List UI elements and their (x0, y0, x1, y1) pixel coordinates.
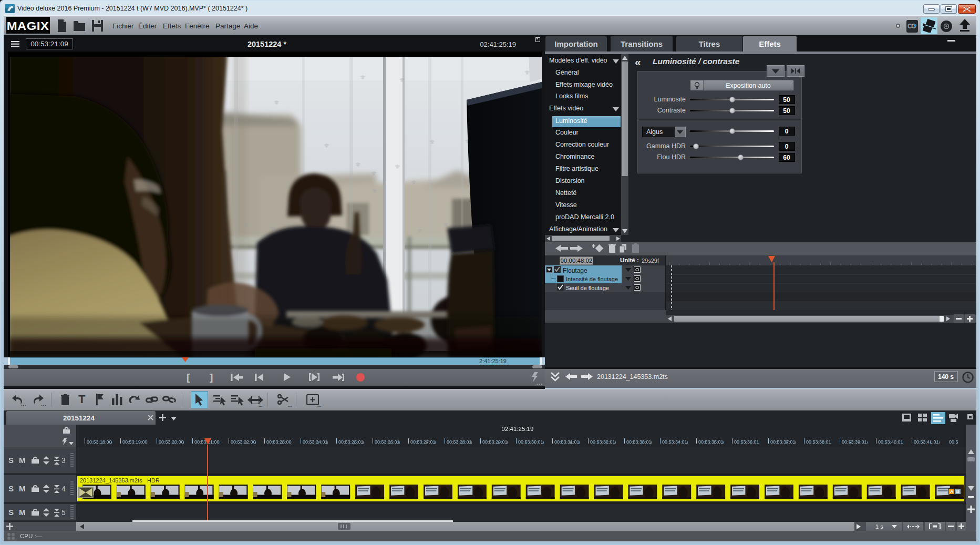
svg-text:00:53:35:01: 00:53:35:01 (698, 439, 724, 445)
svg-text:00:53:18:00: 00:53:18:00 (87, 439, 112, 445)
svg-text:00:5: 00:5 (949, 439, 958, 445)
svg-text:00:53:38:01: 00:53:38:01 (806, 439, 831, 445)
svg-text:00:53:36:01: 00:53:36:01 (734, 439, 759, 445)
svg-text:00:53:28:01: 00:53:28:01 (447, 439, 472, 445)
svg-text:00:53:23:00: 00:53:23:00 (266, 439, 292, 445)
svg-text:00:53:33:01: 00:53:33:01 (626, 439, 652, 445)
svg-text:00:53:37:01: 00:53:37:01 (770, 439, 796, 445)
svg-text:00:53:34:01: 00:53:34:01 (662, 439, 687, 445)
svg-text:00:53:32:01: 00:53:32:01 (590, 439, 615, 445)
svg-text:00:53:41:01: 00:53:41:01 (914, 439, 939, 445)
svg-text:00:53:40:01: 00:53:40:01 (878, 439, 903, 445)
svg-text:00:53:31:01: 00:53:31:01 (554, 439, 580, 445)
svg-text:00:53:24:01: 00:53:24:01 (303, 439, 328, 445)
svg-text:00:53:25:01: 00:53:25:01 (338, 439, 364, 445)
svg-text:00:53:22:00: 00:53:22:00 (231, 439, 256, 445)
svg-text:00:53:30:01: 00:53:30:01 (518, 439, 543, 445)
svg-text:00:53:26:01: 00:53:26:01 (375, 439, 400, 445)
svg-text:00:53:19:00: 00:53:19:00 (122, 439, 148, 445)
svg-text:00:53:20:00: 00:53:20:00 (159, 439, 184, 445)
svg-text:00:53:27:01: 00:53:27:01 (410, 439, 436, 445)
svg-text:00:53:39:01: 00:53:39:01 (842, 439, 867, 445)
svg-text:00:53:29:01: 00:53:29:01 (482, 439, 508, 445)
